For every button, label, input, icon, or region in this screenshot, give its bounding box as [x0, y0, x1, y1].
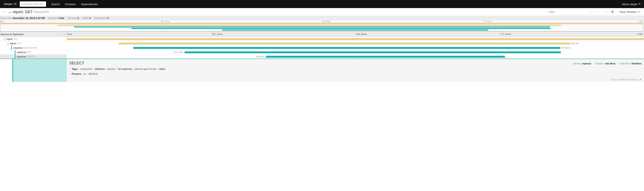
- minimap-tick: 514.25ms: [322, 20, 330, 22]
- span-duration: 671.12ms: [174, 51, 184, 54]
- back-button[interactable]: ←: [2, 10, 6, 14]
- detail-service: expense: [582, 62, 591, 65]
- about-label: About Jaeger: [622, 3, 638, 6]
- service-operation-header: Service & Operation: [0, 33, 24, 36]
- trace-view-select[interactable]: Trace Timeline: [617, 9, 642, 15]
- span-bar[interactable]: [67, 38, 644, 40]
- span-duration: 426.29ms: [256, 56, 265, 58]
- depth-label: Depth: [82, 17, 88, 20]
- span-operation: GET: [18, 42, 22, 45]
- find-clear-icon[interactable]: ⊘: [590, 9, 594, 14]
- span-service: report: [6, 38, 13, 40]
- trace-minimap[interactable]: 0ms257.12ms514.25ms771.37ms1.03s: [0, 20, 644, 32]
- span-row[interactable]: ⌄reportGET805.4ms: [0, 41, 644, 46]
- trace-lookup-input[interactable]: [20, 2, 46, 7]
- kv-pair: internal.span.format=zipkin: [134, 68, 166, 70]
- span-row[interactable]: expenseGET671.12ms: [0, 50, 644, 54]
- column-header: Service & Operation ˅ › ⌄ » 0ms257.12ms5…: [0, 32, 644, 37]
- nav-dependencies[interactable]: Dependencies: [81, 3, 98, 6]
- kv-pair: request=list-expenses: [107, 68, 132, 70]
- trace-title-main: report: GET: [13, 10, 33, 14]
- caret-right-icon[interactable]: ›: [69, 68, 70, 70]
- trace-start-value: December 18, 2019 6:12 PM: [13, 17, 45, 20]
- span-bar[interactable]: [184, 51, 561, 53]
- expand-all-icon[interactable]: »: [64, 33, 65, 36]
- span-duration: 805.4ms: [571, 42, 579, 45]
- trace-title: report: GET 9aae526: [13, 10, 49, 14]
- process-label: Process:: [72, 72, 82, 75]
- detail-process-row[interactable]: › Process: ip=10.5.0.4: [69, 72, 642, 75]
- trace-id-short: 9aae526: [34, 10, 49, 14]
- nav-links: Search Compare Dependencies: [51, 3, 98, 6]
- span-toggle[interactable]: ⌄: [5, 42, 8, 45]
- span-toggle[interactable]: ⌄: [2, 38, 4, 40]
- duration-value: 1.03s: [58, 17, 64, 20]
- span-color-bar: [15, 50, 16, 54]
- detail-tags-row[interactable]: › Tags: component=database | request=lis…: [69, 68, 642, 70]
- minimap-tick: 771.37ms: [483, 20, 492, 22]
- detail-duration: 426.29ms: [605, 62, 616, 65]
- trace-summary: Trace Start December 18, 2019 6:12 PM Du…: [0, 16, 644, 20]
- collapse-toggle[interactable]: ⌄: [8, 10, 12, 14]
- services-label: Services: [67, 17, 77, 20]
- span-row[interactable]: ⌄expenselocalhost:5001761.69ms: [0, 46, 644, 50]
- nav-search[interactable]: Search: [51, 3, 60, 6]
- span-toggle[interactable]: ⌄: [9, 47, 11, 49]
- find-input[interactable]: [547, 9, 590, 14]
- span-color-bar: [8, 41, 8, 46]
- detail-start-label: Start Time:: [620, 62, 631, 65]
- timeline-tick: 771.37ms: [500, 33, 511, 36]
- about-jaeger[interactable]: About Jaeger: [622, 3, 640, 6]
- tags-label: Tags:: [72, 68, 78, 70]
- span-bar[interactable]: [119, 42, 570, 44]
- find-next-icon[interactable]: ˅: [599, 9, 604, 14]
- timeline-tick: 257.12ms: [212, 33, 222, 36]
- span-service: expense: [13, 46, 23, 49]
- find-close-icon[interactable]: ✕: [604, 9, 608, 14]
- minimap-tick: 1.03s: [638, 20, 643, 22]
- detail-operation: SELECT: [69, 61, 84, 66]
- brand[interactable]: Jaeger UI: [4, 2, 16, 6]
- depth-value: 4: [89, 17, 91, 20]
- span-bar[interactable]: [133, 47, 560, 49]
- detail-duration-label: Duration:: [595, 62, 605, 65]
- chevron-down-icon: [639, 4, 640, 4]
- nav-compare[interactable]: Compare: [65, 3, 76, 6]
- find-box: ⊘ ˄ ˅ ✕: [547, 9, 608, 15]
- caret-right-icon[interactable]: ›: [69, 73, 70, 75]
- detail-start: 345.93ms: [631, 62, 642, 65]
- chevron-down-icon: [638, 12, 640, 12]
- trace-view-label: Trace Timeline: [619, 10, 636, 13]
- trace-start-label: Trace Start: [0, 17, 12, 20]
- span-detail-row: SELECT Service: expense | Duration: 426.…: [0, 59, 644, 82]
- spanid-value: e66f9ae070ea6490: [619, 78, 637, 81]
- link-icon[interactable]: 🔗: [639, 78, 642, 81]
- kv-pair: ip=10.5.0.4: [84, 72, 98, 75]
- expand-one-icon[interactable]: ›: [59, 33, 60, 36]
- timeline-tick: 1.03s: [637, 33, 643, 36]
- total-spans-label: Total Spans: [94, 17, 107, 20]
- span-color-bar: [11, 46, 12, 50]
- timeline-tick: 0ms: [68, 33, 72, 36]
- services-value: 2: [78, 17, 79, 20]
- keyboard-shortcuts-button[interactable]: ⌘: [610, 9, 616, 15]
- span-operation: GET: [14, 38, 18, 40]
- span-row[interactable]: ⌄reportGET: [0, 37, 644, 41]
- find-prev-icon[interactable]: ˄: [594, 9, 599, 14]
- span-bar[interactable]: [266, 56, 505, 58]
- collapse-all-icon[interactable]: ⌄: [61, 33, 62, 36]
- span-color-bar: [4, 37, 5, 41]
- span-row[interactable]: expenseSELECT426.29ms: [0, 54, 644, 59]
- minimap-tick: 0ms: [0, 20, 4, 22]
- span-operation: localhost:5001: [24, 46, 37, 49]
- spanid-label: SpanID:: [611, 78, 618, 81]
- total-spans-value: 5: [108, 17, 109, 20]
- span-service: expense: [17, 55, 26, 58]
- minimap-view-range[interactable]: [0, 23, 643, 32]
- kv-pair: component=database: [80, 68, 105, 70]
- span-operation: GET: [27, 51, 32, 54]
- minimap-tick: 257.12ms: [161, 20, 170, 22]
- span-list: ⌄reportGET⌄reportGET805.4ms⌄expenselocal…: [0, 37, 644, 59]
- collapse-one-icon[interactable]: ˅: [56, 33, 58, 36]
- trace-header: ← ⌄ report: GET 9aae526 ⊘ ˄ ˅ ✕ ⌘ Trace …: [0, 8, 644, 16]
